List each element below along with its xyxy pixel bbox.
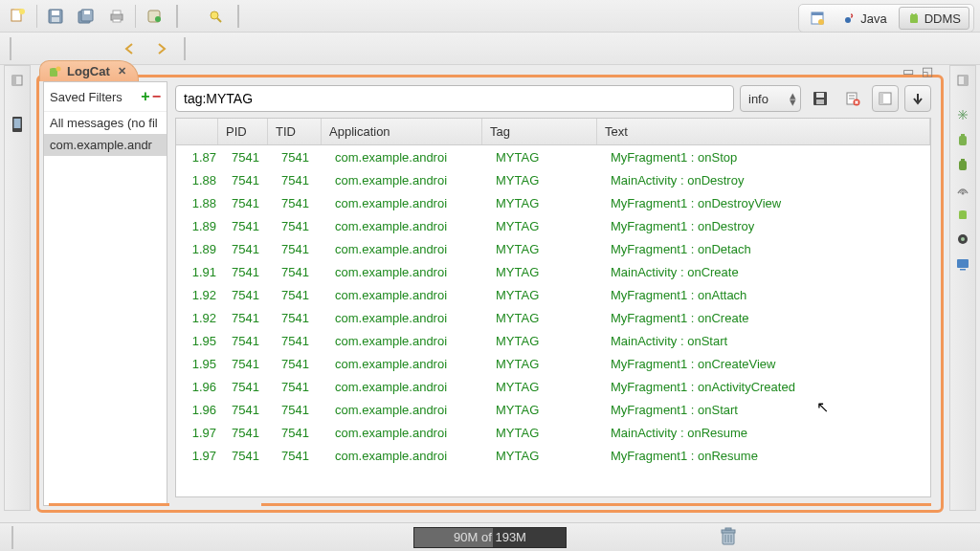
emulator-control-icon[interactable] bbox=[952, 229, 973, 250]
nav-back-button[interactable] bbox=[119, 36, 144, 61]
perspective-ddms[interactable]: DDMS bbox=[899, 7, 969, 30]
add-filter-button[interactable]: + bbox=[141, 88, 149, 105]
log-table-header: PID TID Application Tag Text bbox=[176, 119, 930, 145]
toolbar-splitter[interactable] bbox=[176, 5, 178, 28]
svg-rect-26 bbox=[14, 119, 21, 128]
filter-item-app[interactable]: com.example.andr bbox=[44, 134, 167, 156]
open-perspective-button[interactable] bbox=[803, 7, 832, 30]
search-button[interactable] bbox=[203, 4, 228, 29]
column-pid[interactable]: PID bbox=[218, 119, 268, 144]
sysinfo-icon[interactable] bbox=[952, 253, 973, 275]
toolbar-splitter-4[interactable] bbox=[184, 37, 186, 60]
scroll-lock-button[interactable] bbox=[904, 85, 931, 112]
horizontal-scrollbar[interactable] bbox=[261, 503, 931, 506]
tab-logcat-label: LogCat bbox=[67, 64, 110, 78]
table-row[interactable]: 1.8975417541com.example.androiMYTAGMyFra… bbox=[176, 214, 930, 237]
nav-forward-button[interactable] bbox=[149, 36, 174, 61]
alloc-icon[interactable] bbox=[952, 154, 973, 175]
svg-point-42 bbox=[56, 66, 61, 71]
svg-rect-3 bbox=[52, 11, 59, 15]
svg-rect-29 bbox=[959, 136, 967, 145]
heap-icon[interactable] bbox=[952, 129, 973, 150]
svg-rect-4 bbox=[52, 17, 59, 22]
perspective-java[interactable]: Java bbox=[835, 7, 894, 30]
svg-rect-19 bbox=[910, 16, 918, 23]
restore-right-icon[interactable] bbox=[952, 70, 973, 91]
svg-point-17 bbox=[818, 19, 824, 25]
file-explorer-android-icon[interactable] bbox=[952, 204, 973, 225]
save-all-button[interactable] bbox=[74, 4, 99, 29]
perspective-ddms-label: DDMS bbox=[924, 11, 961, 26]
svg-rect-44 bbox=[816, 93, 824, 98]
table-row[interactable]: 1.9675417541com.example.androiMYTAGMyFra… bbox=[176, 398, 930, 421]
gc-button[interactable] bbox=[720, 527, 741, 548]
svg-rect-30 bbox=[961, 134, 965, 137]
clear-log-button[interactable] bbox=[839, 85, 866, 112]
status-splitter[interactable] bbox=[11, 526, 13, 549]
log-level-select[interactable]: info ▴▾ bbox=[740, 85, 801, 112]
logcat-main-panel: info ▴▾ PID TID Application Tag Text 1.8… bbox=[175, 81, 937, 506]
close-icon[interactable]: ✕ bbox=[118, 65, 126, 77]
new-wizard-button[interactable] bbox=[6, 4, 31, 29]
filter-toolbar: info ▴▾ bbox=[175, 85, 937, 112]
column-tid[interactable]: TID bbox=[268, 119, 322, 144]
remove-filter-button[interactable]: − bbox=[152, 88, 161, 105]
svg-rect-28 bbox=[964, 76, 968, 85]
svg-rect-10 bbox=[113, 19, 121, 22]
table-row[interactable]: 1.9175417541com.example.androiMYTAGMainA… bbox=[176, 260, 930, 283]
svg-rect-34 bbox=[959, 212, 967, 219]
filters-scrollbar[interactable] bbox=[49, 503, 169, 506]
column-text[interactable]: Text bbox=[597, 119, 930, 144]
perspective-switcher: Java DDMS bbox=[798, 4, 974, 33]
svg-rect-7 bbox=[84, 11, 90, 14]
table-row[interactable]: 1.8875417541com.example.androiMYTAGMyFra… bbox=[176, 191, 930, 214]
svg-point-18 bbox=[845, 17, 851, 23]
table-row[interactable]: 1.9275417541com.example.androiMYTAGMyFra… bbox=[176, 306, 930, 329]
svg-point-13 bbox=[211, 11, 218, 19]
print-button[interactable] bbox=[104, 4, 129, 29]
svg-rect-16 bbox=[812, 12, 823, 15]
logcat-icon bbox=[48, 65, 61, 78]
table-row[interactable]: 1.8775417541com.example.androiMYTAGMyFra… bbox=[176, 145, 930, 168]
search-input[interactable] bbox=[175, 85, 734, 112]
table-row[interactable]: 1.9275417541com.example.androiMYTAGMyFra… bbox=[176, 283, 930, 306]
java-icon bbox=[843, 11, 857, 25]
svg-point-33 bbox=[962, 192, 965, 195]
filter-item-all[interactable]: All messages (no fil bbox=[44, 112, 167, 134]
column-tag[interactable]: Tag bbox=[482, 119, 597, 144]
minimize-icon[interactable]: ▭ bbox=[902, 64, 914, 78]
saved-filters-label: Saved Filters bbox=[50, 90, 122, 104]
svg-rect-24 bbox=[12, 76, 16, 85]
table-row[interactable]: 1.8975417541com.example.androiMYTAGMyFra… bbox=[176, 237, 930, 260]
table-row[interactable]: 1.9675417541com.example.androiMYTAGMyFra… bbox=[176, 375, 930, 398]
table-row[interactable]: 1.9775417541com.example.androiMYTAGMainA… bbox=[176, 421, 930, 444]
saved-filters-panel: Saved Filters + − All messages (no fil c… bbox=[43, 81, 167, 506]
tab-logcat[interactable]: LogCat ✕ bbox=[39, 60, 139, 81]
column-time[interactable] bbox=[176, 119, 218, 144]
svg-rect-39 bbox=[960, 269, 966, 271]
perspective-java-label: Java bbox=[860, 11, 886, 26]
heap-status[interactable]: 90M of 193M bbox=[413, 527, 567, 548]
column-app[interactable]: Application bbox=[322, 119, 482, 144]
save-button[interactable] bbox=[43, 4, 68, 29]
svg-rect-45 bbox=[816, 99, 824, 104]
log-table-body[interactable]: 1.8775417541com.example.androiMYTAGMyFra… bbox=[176, 145, 930, 496]
maximize-icon[interactable]: ◱ bbox=[922, 64, 933, 78]
threads-icon[interactable] bbox=[952, 104, 973, 125]
network-icon[interactable] bbox=[952, 179, 973, 200]
save-log-button[interactable] bbox=[807, 85, 834, 112]
toolbar-splitter-2[interactable] bbox=[237, 5, 239, 28]
android-icon bbox=[907, 11, 921, 25]
toolbar-splitter-3[interactable] bbox=[10, 37, 11, 60]
table-row[interactable]: 1.8875417541com.example.androiMYTAGMainA… bbox=[176, 168, 930, 191]
logcat-view: LogCat ✕ ▭ ◱ Saved Filters + − All messa… bbox=[36, 75, 944, 513]
view-tab-strip: LogCat ✕ bbox=[39, 60, 139, 81]
log-level-label: info bbox=[748, 92, 768, 106]
restore-icon[interactable] bbox=[7, 70, 28, 91]
device-icon[interactable] bbox=[7, 114, 28, 135]
table-row[interactable]: 1.9575417541com.example.androiMYTAGMyFra… bbox=[176, 352, 930, 375]
android-sdk-button[interactable] bbox=[142, 4, 167, 29]
display-options-button[interactable] bbox=[872, 85, 899, 112]
table-row[interactable]: 1.9775417541com.example.androiMYTAGMyFra… bbox=[176, 444, 930, 467]
table-row[interactable]: 1.9575417541com.example.androiMYTAGMainA… bbox=[176, 329, 930, 352]
